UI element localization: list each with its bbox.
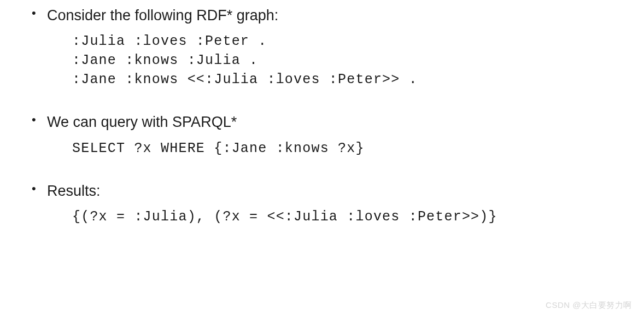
section-sparql-query: • We can query with SPARQL* SELECT ?x WH… bbox=[22, 112, 622, 158]
code-sparql-query: SELECT ?x WHERE {:Jane :knows ?x} bbox=[72, 139, 622, 158]
watermark-text: CSDN @大白要努力啊 bbox=[546, 300, 632, 311]
heading-sparql-query: We can query with SPARQL* bbox=[47, 112, 237, 132]
bullet-icon: • bbox=[22, 5, 47, 21]
bullet-row: • Results: bbox=[22, 181, 622, 201]
heading-rdf-graph: Consider the following RDF* graph: bbox=[47, 5, 278, 25]
bullet-row: • Consider the following RDF* graph: bbox=[22, 5, 622, 25]
section-rdf-graph: • Consider the following RDF* graph: :Ju… bbox=[22, 5, 622, 89]
section-results: • Results: {(?x = :Julia), (?x = <<:Juli… bbox=[22, 181, 622, 226]
bullet-icon: • bbox=[22, 112, 47, 128]
code-results: {(?x = :Julia), (?x = <<:Julia :loves :P… bbox=[72, 207, 622, 226]
heading-results: Results: bbox=[47, 181, 101, 201]
code-rdf-graph: :Julia :loves :Peter . :Jane :knows :Jul… bbox=[72, 32, 622, 89]
bullet-icon: • bbox=[22, 181, 47, 197]
bullet-row: • We can query with SPARQL* bbox=[22, 112, 622, 132]
